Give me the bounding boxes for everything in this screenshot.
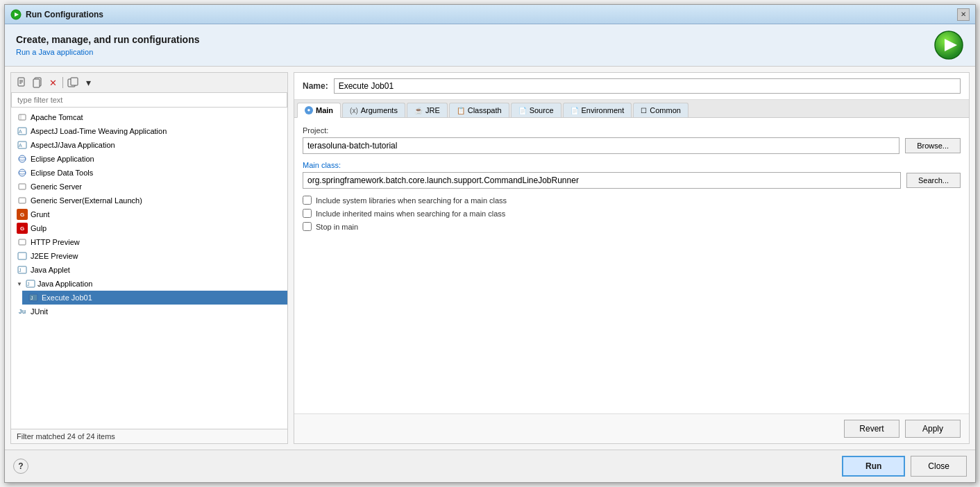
window-title: Run Configurations xyxy=(26,10,103,19)
project-input[interactable] xyxy=(303,137,899,154)
tree-item-eclipse-app[interactable]: Eclipse Application xyxy=(11,152,287,166)
svg-rect-23 xyxy=(19,198,26,203)
tab-jre[interactable]: ☕ JRE xyxy=(407,103,448,117)
aspectj-loadtime-icon: A xyxy=(17,126,28,137)
header-subtitle[interactable]: Run a Java application xyxy=(16,48,200,56)
include-system-libs-checkbox[interactable] xyxy=(303,196,312,205)
tree-item-label: Generic Server(External Launch) xyxy=(31,196,142,205)
browse-button[interactable]: Browse... xyxy=(905,138,961,153)
tree-item-j2ee[interactable]: J2EE Preview xyxy=(11,249,287,263)
duplicate-button[interactable] xyxy=(66,76,80,89)
tree-item-label: Apache Tomcat xyxy=(31,113,83,121)
include-inherited-mains-label: Include inherited mains when searching f… xyxy=(316,210,505,218)
tree-item-execute-job01[interactable]: J Execute Job01 xyxy=(22,291,287,305)
header-area: Create, manage, and run configurations R… xyxy=(5,24,975,67)
run-button[interactable]: Run xyxy=(842,456,905,477)
title-bar: Run Configurations ✕ xyxy=(5,5,975,24)
toolbar-sep-1 xyxy=(62,77,63,88)
expand-arrow: ▼ xyxy=(17,281,22,287)
config-tree[interactable]: Apache Tomcat A AspectJ Load-Time Weavin… xyxy=(11,108,287,429)
tab-environment[interactable]: 📄 Environment xyxy=(563,103,632,117)
main-tab-icon: ● xyxy=(305,106,313,114)
tree-item-label: HTTP Preview xyxy=(31,238,80,246)
tree-item-generic-server-ext[interactable]: Generic Server(External Launch) xyxy=(11,194,287,207)
tree-item-generic-server[interactable]: Generic Server xyxy=(11,180,287,194)
left-panel: ✕ ▾ Apache Tomcat xyxy=(10,72,288,444)
arguments-tab-label: Arguments xyxy=(361,106,398,114)
generic-server-ext-icon xyxy=(17,195,28,206)
search-button[interactable]: Search... xyxy=(906,173,961,188)
config-name-input[interactable] xyxy=(334,78,961,94)
include-inherited-mains-checkbox[interactable] xyxy=(303,209,312,218)
apply-button[interactable]: Apply xyxy=(905,420,961,438)
header-title: Create, manage, and run configurations xyxy=(16,34,200,45)
java-app-icon: J xyxy=(25,278,36,289)
arguments-tab-icon: (x) xyxy=(350,107,358,114)
filter-button[interactable]: ▾ xyxy=(81,76,95,89)
jre-tab-icon: ☕ xyxy=(414,107,423,114)
source-tab-icon: 📄 xyxy=(518,107,527,114)
new-config-button[interactable] xyxy=(15,76,29,89)
tab-source[interactable]: 📄 Source xyxy=(511,103,561,117)
copy-icon xyxy=(32,77,43,88)
tree-item-apache-tomcat[interactable]: Apache Tomcat xyxy=(11,110,287,124)
tree-item-http-preview[interactable]: HTTP Preview xyxy=(11,235,287,249)
tree-item-label: Java Application xyxy=(37,280,93,288)
tree-item-gulp[interactable]: G Gulp xyxy=(11,221,287,235)
grunt-icon: G xyxy=(17,209,28,220)
common-tab-icon: ☐ xyxy=(641,107,647,114)
right-panel: Name: ● Main (x) Arguments ☕ JRE 📋 xyxy=(294,72,970,444)
delete-config-button[interactable]: ✕ xyxy=(46,76,60,89)
tree-item-java-application[interactable]: ▼ J Java Application xyxy=(11,277,287,291)
main-class-row: Search... xyxy=(303,172,961,189)
http-preview-icon xyxy=(17,237,28,248)
window-close-button[interactable]: ✕ xyxy=(957,8,970,21)
svg-text:J: J xyxy=(31,296,33,300)
svg-rect-24 xyxy=(19,239,26,245)
jre-tab-label: JRE xyxy=(425,106,440,114)
svg-rect-25 xyxy=(18,253,26,259)
svg-text:J: J xyxy=(27,282,30,287)
help-button[interactable]: ? xyxy=(13,459,28,474)
tree-item-label: Execute Job01 xyxy=(42,293,92,302)
j2ee-icon xyxy=(17,250,28,262)
tree-item-aspectj-loadtime[interactable]: A AspectJ Load-Time Weaving Application xyxy=(11,124,287,138)
svg-text:A: A xyxy=(19,143,22,148)
tab-classpath[interactable]: 📋 Classpath xyxy=(449,103,509,117)
duplicate-icon xyxy=(67,77,78,88)
svg-rect-22 xyxy=(19,184,26,189)
tree-item-label: Generic Server xyxy=(31,182,82,191)
tree-item-eclipse-data[interactable]: Eclipse Data Tools xyxy=(11,166,287,180)
main-tab-label: Main xyxy=(316,106,333,114)
svg-rect-12 xyxy=(19,114,26,120)
environment-tab-icon: 📄 xyxy=(571,107,579,114)
tree-item-label: Eclipse Application xyxy=(31,155,94,163)
close-button[interactable]: Close xyxy=(911,456,967,477)
tree-item-aspectj-java[interactable]: A AspectJ/Java Application xyxy=(11,138,287,152)
tree-item-label: Java Applet xyxy=(31,266,70,274)
checkbox-inherited-mains-row: Include inherited mains when searching f… xyxy=(303,209,961,218)
stop-in-main-checkbox[interactable] xyxy=(303,222,312,231)
tree-item-label: J2EE Preview xyxy=(31,252,78,260)
generic-server-icon xyxy=(17,181,28,192)
tab-arguments[interactable]: (x) Arguments xyxy=(342,103,405,117)
tree-item-grunt[interactable]: G Grunt xyxy=(11,207,287,221)
checkbox-stop-in-main-row: Stop in main xyxy=(303,222,961,231)
eclipse-app-icon xyxy=(17,153,28,164)
copy-config-button[interactable] xyxy=(31,76,44,89)
tree-item-label: JUnit xyxy=(31,307,48,316)
main-class-input[interactable] xyxy=(303,172,901,189)
left-toolbar: ✕ ▾ xyxy=(11,73,287,93)
tree-item-junit[interactable]: Ju JUnit xyxy=(11,305,287,318)
tab-main[interactable]: ● Main xyxy=(297,103,341,118)
tree-item-java-applet[interactable]: J Java Applet xyxy=(11,263,287,277)
aspectj-java-icon: A xyxy=(17,139,28,151)
name-row: Name: xyxy=(294,73,969,100)
revert-button[interactable]: Revert xyxy=(844,420,899,438)
svg-rect-11 xyxy=(71,78,78,85)
svg-rect-9 xyxy=(33,79,40,87)
tab-common[interactable]: ☐ Common xyxy=(633,103,688,117)
filter-input[interactable] xyxy=(11,93,287,108)
tree-item-label: AspectJ/Java Application xyxy=(31,141,115,149)
svg-point-21 xyxy=(19,171,26,174)
